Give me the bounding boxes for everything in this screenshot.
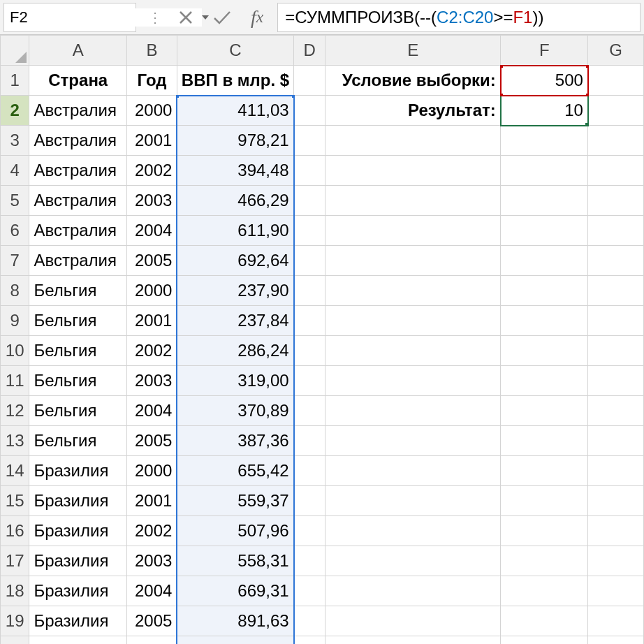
cell[interactable]: 2000 — [127, 456, 177, 486]
row-header[interactable]: 2 — [1, 96, 29, 126]
cell[interactable]: 319,00 — [177, 366, 293, 396]
row-header[interactable]: 20 — [1, 636, 29, 645]
cell[interactable]: Австралия — [29, 186, 127, 216]
cell[interactable]: 2003 — [127, 366, 177, 396]
cell[interactable] — [294, 216, 325, 246]
row-header[interactable]: 16 — [1, 516, 29, 546]
cell[interactable]: 2001 — [127, 306, 177, 336]
cell[interactable]: 2004 — [127, 396, 177, 426]
cell[interactable]: Бразилия — [29, 486, 127, 516]
row-header[interactable]: 19 — [1, 606, 29, 636]
cell[interactable]: 2001 — [127, 126, 177, 156]
cell[interactable]: 387,36 — [177, 426, 293, 456]
row-header[interactable]: 17 — [1, 546, 29, 576]
cell[interactable]: Бельгия — [29, 276, 127, 306]
col-header-D[interactable]: D — [294, 36, 325, 66]
cell[interactable] — [501, 546, 588, 576]
cell[interactable]: Австралия — [29, 156, 127, 186]
cell[interactable]: 2000 — [127, 96, 177, 126]
cell[interactable]: Бельгия — [29, 396, 127, 426]
cell[interactable] — [294, 306, 325, 336]
cell[interactable] — [325, 486, 501, 516]
cell[interactable]: 692,64 — [177, 246, 293, 276]
cell-D1[interactable] — [294, 66, 325, 96]
cell[interactable] — [588, 426, 644, 456]
row-header[interactable]: 7 — [1, 246, 29, 276]
select-all-corner[interactable] — [1, 36, 29, 66]
cell[interactable] — [588, 156, 644, 186]
cell[interactable] — [588, 456, 644, 486]
cell[interactable] — [294, 246, 325, 276]
cell[interactable]: Бразилия — [29, 456, 127, 486]
cell[interactable] — [501, 186, 588, 216]
cell[interactable] — [325, 246, 501, 276]
col-header-G[interactable]: G — [588, 36, 644, 66]
cell[interactable]: Бразилия — [29, 546, 127, 576]
cell[interactable] — [588, 636, 644, 645]
cell[interactable]: 2002 — [127, 336, 177, 366]
cell-E1[interactable]: Условие выборки: — [325, 66, 501, 96]
cell[interactable]: 237,84 — [177, 306, 293, 336]
cell[interactable] — [325, 126, 501, 156]
cell[interactable] — [294, 96, 325, 126]
cell[interactable] — [294, 456, 325, 486]
cell[interactable] — [501, 306, 588, 336]
spreadsheet-grid[interactable]: A B C D E F G 1 Страна Год ВВП в млр. $ … — [0, 35, 644, 644]
cell[interactable] — [501, 456, 588, 486]
enter-icon[interactable] — [213, 10, 231, 24]
cell-G1[interactable] — [588, 66, 644, 96]
cell[interactable] — [588, 396, 644, 426]
formula-input[interactable]: =СУММПРОИЗВ(--(C2:C20>=F1)) — [277, 3, 641, 32]
cell[interactable] — [325, 456, 501, 486]
cell[interactable] — [501, 636, 588, 645]
row-header[interactable]: 15 — [1, 486, 29, 516]
cell[interactable]: Австралия — [29, 96, 127, 126]
cell[interactable]: Австралия — [29, 126, 127, 156]
cell[interactable]: 237,90 — [177, 276, 293, 306]
cell[interactable] — [325, 306, 501, 336]
cell[interactable]: 2001 — [127, 486, 177, 516]
cell[interactable] — [294, 156, 325, 186]
cell[interactable] — [588, 246, 644, 276]
cell[interactable]: Бразилия — [29, 576, 127, 606]
col-header-C[interactable]: C — [177, 36, 293, 66]
cell[interactable] — [325, 636, 501, 645]
cell-E2[interactable]: Результат: — [325, 96, 501, 126]
cell[interactable] — [294, 576, 325, 606]
row-header[interactable]: 3 — [1, 126, 29, 156]
cell[interactable] — [325, 606, 501, 636]
cell[interactable] — [325, 516, 501, 546]
cell[interactable]: 978,21 — [177, 126, 293, 156]
cell[interactable] — [501, 576, 588, 606]
cell[interactable]: 669,31 — [177, 576, 293, 606]
cell[interactable] — [588, 336, 644, 366]
row-header[interactable]: 10 — [1, 336, 29, 366]
cell[interactable]: 507,96 — [177, 516, 293, 546]
cell[interactable]: 742,29 — [177, 636, 293, 645]
col-header-F[interactable]: F — [501, 36, 588, 66]
cell[interactable]: 558,31 — [177, 546, 293, 576]
cell[interactable]: 466,29 — [177, 186, 293, 216]
cell[interactable] — [588, 546, 644, 576]
row-header[interactable]: 11 — [1, 366, 29, 396]
cell[interactable] — [588, 306, 644, 336]
col-header-A[interactable]: A — [29, 36, 127, 66]
cell[interactable] — [294, 276, 325, 306]
cell-F1[interactable]: 500 — [501, 66, 588, 96]
col-header-E[interactable]: E — [325, 36, 501, 66]
cell[interactable] — [294, 336, 325, 366]
cell[interactable] — [325, 216, 501, 246]
cell[interactable]: Канада — [29, 636, 127, 645]
cell[interactable] — [294, 486, 325, 516]
cell[interactable]: 2004 — [127, 576, 177, 606]
cancel-icon[interactable] — [178, 10, 193, 25]
cell[interactable] — [294, 366, 325, 396]
cell[interactable] — [588, 276, 644, 306]
cell[interactable] — [588, 96, 644, 126]
cell[interactable] — [294, 546, 325, 576]
row-header[interactable]: 1 — [1, 66, 29, 96]
cell[interactable] — [325, 366, 501, 396]
cell[interactable] — [501, 606, 588, 636]
cell[interactable] — [501, 156, 588, 186]
cell[interactable] — [325, 156, 501, 186]
